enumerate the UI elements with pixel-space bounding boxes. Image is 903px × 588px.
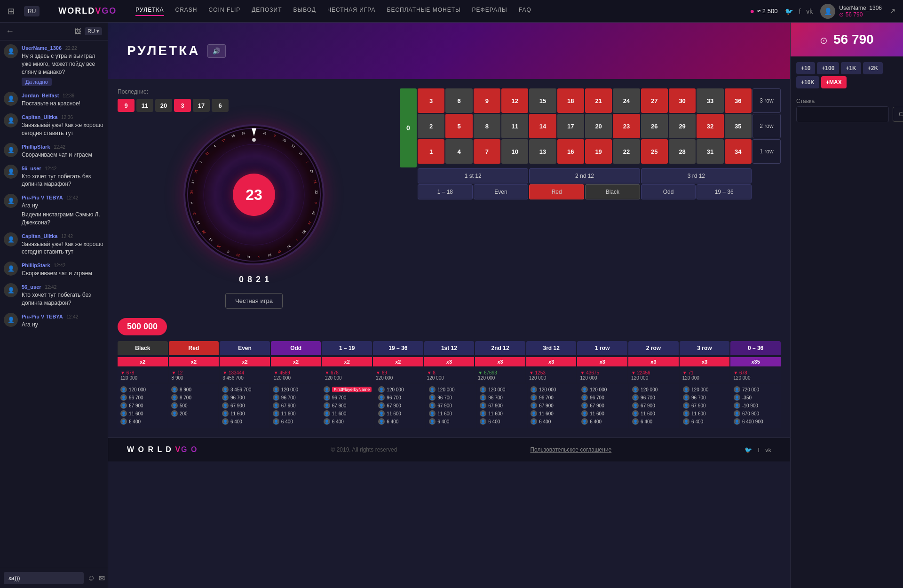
dozen-2[interactable]: 2 nd 12 [529,168,640,183]
grid-cell[interactable]: 11 [501,114,528,138]
zero-cell[interactable]: 0 [400,88,417,167]
grid-cell[interactable]: 23 [613,114,640,138]
grid-cell[interactable]: 10 [501,139,528,164]
grid-cell[interactable]: 25 [641,139,668,164]
grid-cell[interactable]: 27 [641,88,668,113]
bet-column-header[interactable]: Even [220,341,270,355]
chat-action-button[interactable]: Да ладно [22,78,52,86]
row-label-1[interactable]: 1 row [752,139,781,164]
grid-cell[interactable]: 33 [697,88,723,113]
image-icon[interactable]: 🖼 [74,28,81,35]
bet-column-header[interactable]: Red [169,341,219,355]
player-avatar-small: 👤 [531,386,537,393]
bet-amount-button[interactable]: +10K [796,76,819,88]
row-label-2[interactable]: 2 row [752,114,781,138]
facebook-link[interactable]: f [799,8,800,15]
bet-column-header[interactable]: Black [118,341,168,355]
grid-cell[interactable]: 7 [474,139,500,164]
twitter-link[interactable]: 🐦 [785,8,793,15]
grid-icon[interactable]: ⊞ [8,6,15,16]
grid-cell[interactable]: 9 [474,88,500,113]
grid-cell[interactable]: 3 [418,88,444,113]
chat-input[interactable] [4,572,84,584]
grid-cell[interactable]: 21 [585,88,612,113]
grid-cell[interactable]: 16 [557,139,584,164]
grid-cell[interactable]: 14 [529,114,556,138]
sound-button[interactable]: 🔊 [207,44,226,58]
send-icon[interactable]: ✉ [99,574,105,583]
bet-column-header[interactable]: 3rd 12 [526,341,577,355]
bet-amount-button[interactable]: +2K [863,62,883,74]
bet-amount-button[interactable]: +10 [796,62,815,74]
bet-column-header[interactable]: 3 row [680,341,730,355]
grid-cell[interactable]: 30 [669,88,696,113]
bet-column-header[interactable]: 0 – 36 [730,341,781,355]
lang-selector-sidebar[interactable]: RU ▾ [85,27,102,35]
grid-cell[interactable]: 26 [641,114,668,138]
nav-link-coin-flip[interactable]: COIN FLIP [209,7,241,16]
outside-19-36[interactable]: 19 – 36 [697,184,752,199]
grid-cell[interactable]: 5 [445,114,472,138]
grid-cell[interactable]: 34 [725,139,752,164]
grid-cell[interactable]: 8 [474,114,500,138]
bet-column-header[interactable]: 1 – 19 [322,341,372,355]
stake-input[interactable]: 0 [796,106,889,122]
outside-odd[interactable]: Odd [641,184,696,199]
roulette-wheel[interactable]: 0 26 3 35 12 28 7 29 18 22 9 31 [183,124,325,265]
grid-cell[interactable]: 13 [529,139,556,164]
logout-icon[interactable]: ↗ [889,7,895,16]
bet-column-header[interactable]: 2nd 12 [475,341,525,355]
lang-selector[interactable]: RU [24,6,40,16]
grid-cell[interactable]: 24 [613,88,640,113]
outside-red[interactable]: Red [529,184,584,199]
grid-cell[interactable]: 22 [613,139,640,164]
clear-button[interactable]: Clear [893,107,903,122]
grid-cell[interactable]: 36 [725,88,752,113]
nav-link-crash[interactable]: CRASH [175,7,198,16]
bet-column-header[interactable]: Odd [271,341,321,355]
nav-link-бесплатные-монеты[interactable]: БЕСПЛАТНЫЕ МОНЕТЫ [387,7,461,16]
row-label-3[interactable]: 3 row [752,88,781,113]
vk-link[interactable]: vk [806,8,813,15]
bet-column-header[interactable]: 1 row [577,341,627,355]
bet-column-header[interactable]: 1st 12 [424,341,475,355]
nav-link-рулетка[interactable]: РУЛЕТКА [135,7,164,16]
footer-facebook[interactable]: f [758,446,760,453]
nav-link-депозит[interactable]: ДЕПОЗИТ [252,7,282,16]
nav-link-faq[interactable]: FAQ [519,7,531,16]
grid-cell[interactable]: 17 [557,114,584,138]
grid-cell[interactable]: 28 [669,139,696,164]
grid-cell[interactable]: 15 [529,88,556,113]
grid-cell[interactable]: 1 [418,139,444,164]
grid-cell[interactable]: 2 [418,114,444,138]
nav-link-рефералы[interactable]: РЕФЕРАЛЫ [472,7,507,16]
dozen-3[interactable]: 3 rd 12 [641,168,752,183]
footer-policy-link[interactable]: Пользовательское соглашение [530,446,611,453]
grid-cell[interactable]: 12 [501,88,528,113]
nav-link-честная-игра[interactable]: ЧЕСТНАЯ ИГРА [327,7,376,16]
outside-black[interactable]: Black [585,184,640,199]
bet-column-header[interactable]: 2 row [628,341,679,355]
footer-twitter[interactable]: 🐦 [745,446,752,453]
grid-cell[interactable]: 32 [697,114,723,138]
outside-even[interactable]: Even [474,184,529,199]
grid-cell[interactable]: 20 [585,114,612,138]
grid-cell[interactable]: 6 [445,88,472,113]
grid-cell[interactable]: 4 [445,139,472,164]
grid-cell[interactable]: 18 [557,88,584,113]
outside-1-18[interactable]: 1 – 18 [418,184,473,199]
bet-amount-button[interactable]: +MAX [821,76,847,88]
grid-cell[interactable]: 19 [585,139,612,164]
emoji-icon[interactable]: ☺ [87,574,95,583]
back-icon[interactable]: ← [6,26,14,36]
grid-cell[interactable]: 35 [725,114,752,138]
grid-cell[interactable]: 29 [669,114,696,138]
bet-column-header[interactable]: 19 – 36 [373,341,423,355]
footer-vk[interactable]: vk [765,446,771,453]
bet-amount-button[interactable]: +100 [817,62,839,74]
bet-amount-button[interactable]: +1K [841,62,861,74]
nav-link-вывод[interactable]: ВЫВОД [293,7,316,16]
dozen-1[interactable]: 1 st 12 [418,168,528,183]
honest-game-button[interactable]: Честная игра [225,293,283,309]
grid-cell[interactable]: 31 [697,139,723,164]
